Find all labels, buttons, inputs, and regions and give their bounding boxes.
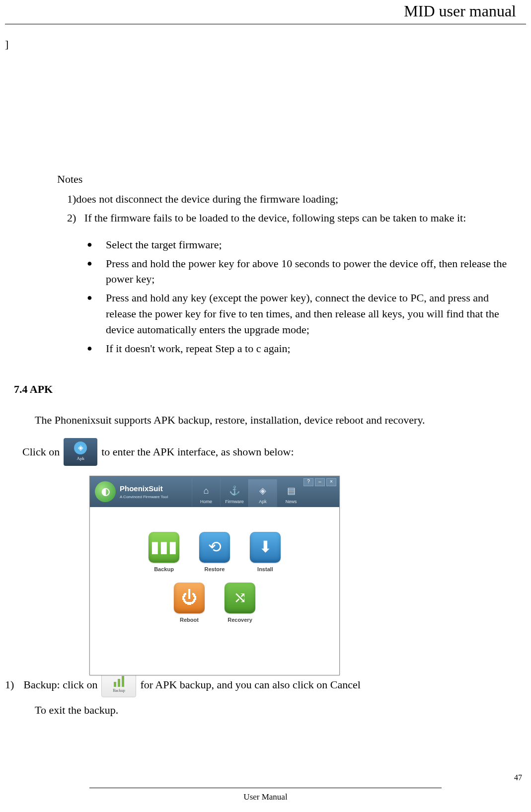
phoenix-screenshot: ◐ PhoenixSuit A Convinced Firmware Tool … [89,476,531,675]
tab-label: Apk [259,499,267,505]
buttonなし-label: Reboot [180,616,199,624]
anchor-icon: ⚓ [229,484,240,497]
help-button[interactable]: ? [303,478,313,486]
phoenix-tabs: ⌂ Home ⚓ Firmware ◈ Apk ▤ [192,479,305,507]
minimize-button[interactable]: – [315,478,325,486]
restore-button[interactable]: ⟲ Restore [197,532,232,574]
tab-label: Firmware [225,499,244,505]
tab-apk[interactable]: ◈ Apk [248,479,277,507]
button-label: Install [257,566,273,574]
backup-after-text: for APK backup, and you can also click o… [140,677,361,693]
click-before-text: Click on [22,444,60,460]
backup-instruction-line: 1) Backup: click on Backup for APK backu… [5,672,531,697]
install-icon: ⬇ [250,532,281,563]
cube-icon: ◈ [259,484,266,497]
button-label: Restore [205,566,225,574]
backup-inline-label: Backup [113,688,125,694]
header-title: MID user manual [404,2,516,20]
header-rule [5,24,526,24]
tab-label: News [286,499,297,505]
notes-heading: Notes [57,171,531,187]
bullet-item: Press and hold the power key for above 1… [87,256,531,288]
backup-button[interactable]: ▮▮▮ Backup [146,532,182,574]
page-number: 47 [514,773,522,782]
install-button[interactable]: ⬇ Install [247,532,283,574]
button-row-2: ⏻ Reboot ⤭ Recovery [171,583,258,624]
phoenix-window: ◐ PhoenixSuit A Convinced Firmware Tool … [89,476,340,675]
phoenix-logo-icon: ◐ [95,481,116,502]
backup-inline-icon: Backup [101,672,136,697]
tab-firmware[interactable]: ⚓ Firmware [220,479,248,507]
exit-backup-text: To exit the backup. [35,702,531,718]
apk-icon-label: Apk [76,455,84,462]
backup-icon: ▮▮▮ [149,532,179,563]
document-page: MID user manual ] Notes 1)does not disco… [0,0,531,812]
note-2: 2) If the firmware fails to be loaded to… [67,210,531,226]
bullet-item: If it doesn't work, repeat Step a to c a… [87,341,531,357]
main-content: Notes 1)does not disconnect the device d… [0,171,531,718]
click-on-line: Click on ◈ Apk to enter the APK interfac… [22,438,531,466]
note-2-prefix: 2) [67,212,76,224]
footer-rule [89,788,442,788]
tab-label: Home [200,499,212,505]
section-7-4-heading: 7.4 APK [14,381,531,397]
bullet-list: Select the target firmware; Press and ho… [87,237,531,357]
apk-icon: ◈ Apk [64,438,97,466]
home-icon: ⌂ [204,484,209,497]
window-controls: ? – × [303,478,336,486]
note-2-text: If the firmware fails to be loaded to th… [84,212,466,224]
backup-prefix: 1) [5,677,14,693]
click-after-text: to enter the APK interface, as shown bel… [101,444,294,460]
news-icon: ▤ [287,484,296,497]
bullet-item: Select the target firmware; [87,237,531,253]
footer-text: User Manual [0,792,531,802]
button-label: Backup [154,566,174,574]
bars-icon [114,676,124,687]
phoenix-subtitle: A Convinced Firmware Tool [120,494,168,500]
phoenix-body: ▮▮▮ Backup ⟲ Restore ⬇ Install [90,507,339,675]
phoenix-app-name: PhoenixSuit A Convinced Firmware Tool [120,483,168,500]
tab-news[interactable]: ▤ News [277,479,305,507]
phoenix-title: PhoenixSuit [120,483,168,494]
close-button[interactable]: × [326,478,336,486]
reboot-icon: ⏻ [174,583,205,613]
button-row-1: ▮▮▮ Backup ⟲ Restore ⬇ Install [146,532,283,574]
restore-icon: ⟲ [199,532,230,563]
stray-bracket: ] [5,38,8,51]
phoenix-titlebar: ◐ PhoenixSuit A Convinced Firmware Tool … [90,476,339,507]
bullet-item: Press and hold any key (except the power… [87,290,531,338]
note-1: 1)does not disconnect the device during … [67,191,531,207]
cube-icon: ◈ [74,442,87,454]
button-label: Recovery [228,616,252,624]
section-7-4-intro: The Phonenixsuit supports APK backup, re… [35,412,531,428]
backup-before-text: Backup: click on [23,677,97,693]
recovery-icon: ⤭ [225,583,255,613]
reboot-button[interactable]: ⏻ Reboot [171,583,207,624]
tab-home[interactable]: ⌂ Home [192,479,220,507]
recovery-button[interactable]: ⤭ Recovery [222,583,258,624]
